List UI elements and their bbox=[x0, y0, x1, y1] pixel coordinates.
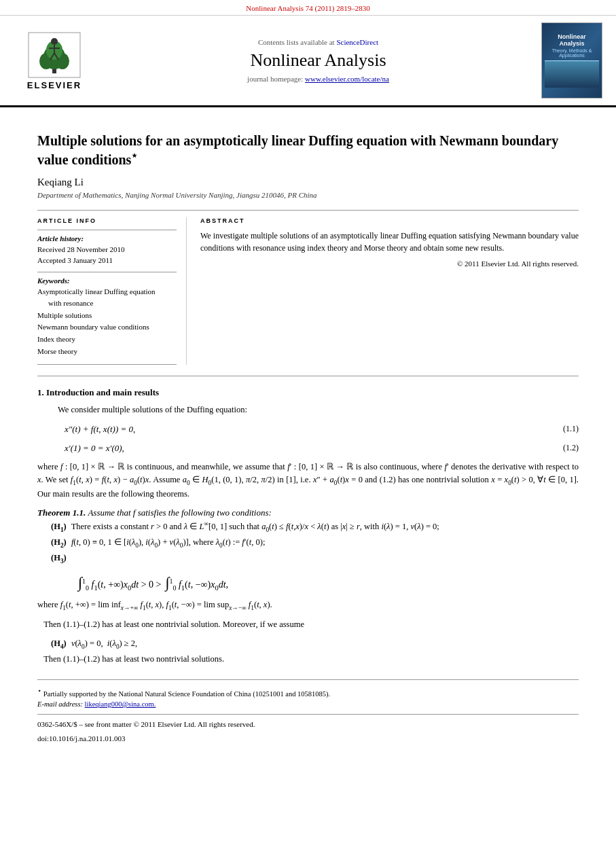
paper-title-block: Multiple solutions for an asymptotically… bbox=[37, 132, 579, 199]
h4-label: (H4) bbox=[51, 639, 67, 648]
keywords-list: Asymptotically linear Duffing equation w… bbox=[37, 286, 177, 358]
publisher-logo-area: ELSEVIER bbox=[14, 31, 95, 90]
keyword-1: Asymptotically linear Duffing equation bbox=[37, 286, 177, 298]
copyright-line: © 2011 Elsevier Ltd. All rights reserved… bbox=[200, 260, 579, 268]
keywords-divider bbox=[37, 272, 177, 272]
equation-1-1: x″(t) + f(t, x(t)) = 0, (1.1) bbox=[65, 423, 579, 436]
keyword-3: Newmann boundary value conditions bbox=[37, 321, 177, 334]
h3-label: (H3) bbox=[51, 553, 67, 562]
footnote-email-line: E-mail address: likeqiang000@sina.com. bbox=[37, 699, 579, 710]
where-text: where f1(t, +∞) = lim infx→+∞ f1(t, x), … bbox=[37, 598, 579, 613]
elsevier-text: ELSEVIER bbox=[27, 80, 81, 90]
contents-available-line: Contents lists available at ScienceDirec… bbox=[102, 38, 535, 46]
keywords-title: Keywords: bbox=[37, 276, 177, 285]
received-date: Received 28 November 2010 Accepted 3 Jan… bbox=[37, 244, 177, 266]
eq12-content: x′(1) = 0 = x′(0), bbox=[65, 443, 124, 454]
footnote-support-text: Partially supported by the National Natu… bbox=[43, 690, 331, 698]
footnote-star-note: ⋆ Partially supported by the National Na… bbox=[37, 685, 579, 699]
condition-h2: (H2) f(t, 0) ≡ 0, 1 ∈ [i(λ0), i(λ0) + ν(… bbox=[51, 535, 579, 551]
eq11-content: x″(t) + f(t, x(t)) = 0, bbox=[65, 424, 135, 435]
issn-line: 0362-546X/$ – see front matter © 2011 El… bbox=[37, 719, 579, 730]
journal-header: ELSEVIER Contents lists available at Sci… bbox=[0, 16, 616, 107]
then-2-text: Then (1.1)–(1.2) has at least two nontri… bbox=[37, 653, 579, 666]
elsevier-logo: ELSEVIER bbox=[14, 31, 95, 90]
journal-homepage-line: journal homepage: www.elsevier.com/locat… bbox=[102, 75, 535, 83]
h1-label: (H1) bbox=[51, 522, 67, 531]
contents-text: Contents lists available at bbox=[258, 38, 335, 46]
integral-right-part: ∫10 f1(t, −∞)x0dt, bbox=[165, 574, 228, 592]
equation-1-2: x′(1) = 0 = x′(0), (1.2) bbox=[65, 442, 579, 455]
journal-title: Nonlinear Analysis bbox=[102, 50, 535, 71]
theorem-title: Theorem 1.1. Assume that f satisfies the… bbox=[37, 507, 272, 518]
keyword-5: Morse theory bbox=[37, 346, 177, 358]
svg-point-7 bbox=[51, 38, 58, 45]
accepted-text: Accepted 3 January 2011 bbox=[37, 256, 113, 264]
abstract-text: We investigate multiple solutions of an … bbox=[200, 230, 579, 254]
eq12-number: (1.2) bbox=[563, 443, 579, 453]
body-text-1: where f : [0, 1] × ℝ → ℝ is continuous, … bbox=[37, 461, 579, 501]
then-1-text: Then (1.1)–(1.2) has at least one nontri… bbox=[37, 618, 579, 631]
h2-label: (H2) bbox=[51, 537, 67, 547]
theorem-1-1: Theorem 1.1. Assume that f satisfies the… bbox=[37, 507, 579, 567]
article-history-title: Article history: bbox=[37, 234, 177, 243]
homepage-label: journal homepage: bbox=[247, 75, 303, 83]
section1-intro: We consider multiple solutions of the Du… bbox=[37, 404, 579, 416]
condition-h3: (H3) bbox=[51, 551, 579, 567]
condition-h1: (H1) There exists a constant r > 0 and λ… bbox=[51, 518, 579, 535]
author-name: Keqiang Li bbox=[37, 177, 579, 188]
footnote-area: ⋆ Partially supported by the National Na… bbox=[37, 679, 579, 744]
info-bottom-divider bbox=[37, 364, 177, 365]
keyword-2: Multiple solutions bbox=[37, 310, 177, 322]
received-text: Received 28 November 2010 bbox=[37, 245, 125, 253]
footnote-divider bbox=[37, 714, 579, 715]
integral-expression: ∫10 f1(t, +∞)x0dt > 0 > ∫10 f1(t, −∞)x0d… bbox=[78, 574, 228, 592]
info-divider bbox=[37, 230, 177, 230]
h1-text: There exists a constant r > 0 and λ ∈ L∞… bbox=[71, 522, 439, 531]
doi-line: doi:10.1016/j.na.2011.01.003 bbox=[37, 733, 579, 745]
eq11-number: (1.1) bbox=[563, 424, 579, 434]
cover-title: NonlinearAnalysis bbox=[558, 33, 586, 47]
journal-homepage-link[interactable]: www.elsevier.com/locate/na bbox=[305, 75, 389, 83]
h2-text: f(t, 0) ≡ 0, 1 ∈ [i(λ0), i(λ0) + ν(λ0)],… bbox=[71, 537, 266, 547]
keyword-1b: with resonance bbox=[37, 298, 177, 310]
email-link[interactable]: likeqiang000@sina.com. bbox=[85, 700, 156, 708]
elsevier-tree-icon bbox=[27, 31, 81, 79]
h4-text: ν(λ0) = 0, i(λ0) ≥ 2, bbox=[71, 639, 137, 648]
journal-cover: NonlinearAnalysis Theory, Methods &Appli… bbox=[542, 23, 602, 98]
page: Nonlinear Analysis 74 (2011) 2819–2830 bbox=[0, 0, 616, 841]
conditions-list: (H1) There exists a constant r > 0 and λ… bbox=[51, 518, 579, 567]
abstract-heading: ABSTRACT bbox=[200, 217, 579, 224]
sciencedirect-link[interactable]: ScienceDirect bbox=[336, 38, 378, 46]
article-meta-section: ARTICLE INFO Article history: Received 2… bbox=[37, 217, 579, 365]
section-1-title: 1. Introduction and main results bbox=[37, 387, 579, 398]
footnote-star-symbol: ⋆ bbox=[37, 687, 41, 694]
integral-formula-block: ∫10 f1(t, +∞)x0dt > 0 > ∫10 f1(t, −∞)x0d… bbox=[78, 574, 579, 592]
journal-header-center: Contents lists available at ScienceDirec… bbox=[102, 38, 535, 83]
abstract-column: ABSTRACT We investigate multiple solutio… bbox=[200, 217, 579, 365]
theorem-assume-text: Assume that f satisfies the following tw… bbox=[88, 507, 271, 518]
article-info-heading: ARTICLE INFO bbox=[37, 217, 177, 224]
condition-h4-block: (H4) ν(λ0) = 0, i(λ0) ≥ 2, bbox=[51, 637, 579, 652]
author-affiliation: Department of Mathematics, Nanjing Norma… bbox=[37, 191, 579, 199]
paper-title-text: Multiple solutions for an asymptotically… bbox=[37, 133, 558, 167]
title-star: ⋆ bbox=[131, 150, 137, 161]
divider-1 bbox=[37, 210, 579, 211]
cover-subtitle: Theory, Methods &Applications bbox=[552, 48, 592, 58]
journal-ref-text: Nonlinear Analysis 74 (2011) 2819–2830 bbox=[246, 4, 369, 12]
email-label: E-mail address: bbox=[37, 700, 83, 708]
article-info-column: ARTICLE INFO Article history: Received 2… bbox=[37, 217, 187, 365]
paper-title: Multiple solutions for an asymptotically… bbox=[37, 132, 579, 168]
journal-reference: Nonlinear Analysis 74 (2011) 2819–2830 bbox=[0, 0, 616, 16]
integral-left-part: ∫10 f1(t, +∞)x0dt > 0 > bbox=[78, 574, 161, 592]
divider-2 bbox=[37, 376, 579, 376]
main-content: Multiple solutions for an asymptotically… bbox=[0, 107, 616, 757]
keyword-4: Index theory bbox=[37, 334, 177, 346]
journal-cover-image: NonlinearAnalysis Theory, Methods &Appli… bbox=[541, 22, 602, 99]
